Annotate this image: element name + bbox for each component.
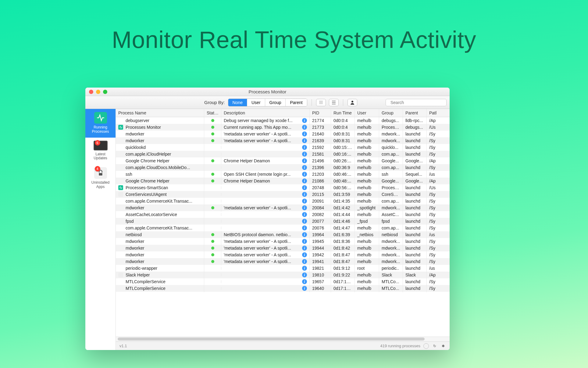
column-header[interactable]: Description — [221, 109, 310, 117]
view-compact-button[interactable] — [316, 99, 326, 106]
process-name: mdworker — [126, 252, 144, 257]
process-icon — [118, 279, 123, 284]
info-icon[interactable]: i — [302, 179, 307, 183]
info-icon[interactable]: i — [302, 125, 307, 130]
table-row[interactable]: mdworker'metadata server worker' - A spo… — [116, 251, 450, 258]
column-header[interactable]: Process Name — [116, 109, 204, 117]
process-description: 'metadata server worker' - A spotli... — [224, 252, 301, 257]
sidebar-item-updates[interactable]: 6LatestUpdates — [85, 138, 116, 164]
info-icon[interactable]: i — [302, 266, 307, 271]
info-icon[interactable]: i — [302, 232, 307, 237]
column-header[interactable]: Status — [204, 109, 221, 117]
info-icon[interactable]: i — [302, 279, 307, 284]
info-icon[interactable]: i — [302, 225, 307, 230]
info-icon[interactable]: i — [302, 118, 307, 123]
table-row[interactable]: com.apple.CommerceKit.Transac...i200760d… — [116, 225, 450, 231]
table-row[interactable]: AssetCacheLocatorServicei200820d1:4:44me… — [116, 211, 450, 218]
process-name: Processes-SmartScan — [126, 185, 168, 190]
group-by-none[interactable]: None — [228, 99, 247, 106]
info-icon[interactable]: i — [302, 286, 307, 291]
status-dot-icon — [211, 126, 214, 129]
table-row[interactable]: MTLCompilerServicei196570d17:19:1mehulbM… — [116, 278, 450, 285]
process-description: Chrome Helper Deamon — [224, 158, 301, 163]
table-row[interactable]: mdworker'metadata server worker' - A spo… — [116, 245, 450, 251]
info-icon[interactable]: i — [302, 145, 307, 150]
table-row[interactable]: Processes MonitorCurrent running app. Th… — [116, 124, 450, 131]
info-icon[interactable]: i — [302, 138, 307, 143]
process-icon — [118, 239, 123, 244]
info-icon[interactable]: i — [302, 152, 307, 157]
process-name: mdworker — [126, 246, 144, 251]
toolbar: Group By: NoneUserGroupParent — [85, 96, 450, 109]
group-by-group[interactable]: Group — [265, 99, 286, 106]
status-dot-icon — [211, 233, 214, 236]
table-row[interactable]: mdworker'metadata server worker' - A spo… — [116, 131, 450, 137]
info-icon[interactable]: i — [302, 192, 307, 197]
table-row[interactable]: mdworker'metadata server worker' - A spo… — [116, 137, 450, 144]
table-row[interactable]: com.apple.CloudDocs.MobileDo...i213960d0… — [116, 164, 450, 171]
info-icon[interactable]: i — [302, 212, 307, 217]
process-description: Open SSH Client (remote login pr... — [224, 172, 301, 177]
group-by-user[interactable]: User — [247, 99, 265, 106]
table-row[interactable]: mdworker'metadata server worker' - A spo… — [116, 258, 450, 265]
table-row[interactable]: periodic-wrapperi198210d1:9:12rootperiod… — [116, 265, 450, 272]
info-icon[interactable]: i — [302, 185, 307, 190]
refresh-button[interactable]: ↻ — [432, 343, 437, 349]
table-row[interactable]: mdworker'metadata server worker' - A spo… — [116, 204, 450, 211]
search-field[interactable] — [386, 99, 447, 106]
table-row[interactable]: mdworker'metadata server worker' - A spo… — [116, 238, 450, 245]
toolbar-divider — [312, 99, 312, 106]
process-description: Chrome Helper Deamon — [224, 179, 301, 183]
table-row[interactable]: Google Chrome HelperChrome Helper Deamon… — [116, 157, 450, 164]
info-icon[interactable]: i — [302, 246, 307, 251]
process-icon — [118, 266, 123, 271]
process-name: mdworker — [126, 259, 144, 264]
info-icon[interactable]: i — [302, 219, 307, 224]
info-icon[interactable]: i — [302, 199, 307, 204]
info-icon[interactable]: i — [302, 252, 307, 257]
process-name: quicklookd — [126, 145, 146, 150]
table-row[interactable]: CoreServicesUIAgenti201150d1:3:59mehulbC… — [116, 191, 450, 198]
process-name: netbiosd — [126, 232, 142, 237]
info-icon[interactable]: i — [302, 158, 307, 163]
sidebar-item-label: UninstalledApps — [85, 181, 116, 189]
table-row[interactable]: com.apple.CommerceKit.Transac...i200910d… — [116, 198, 450, 204]
info-icon[interactable]: i — [302, 165, 307, 170]
settings-button[interactable]: ✱ — [440, 343, 446, 349]
process-table: Process NameStatusDescriptionPIDRun Time… — [116, 109, 450, 337]
user-filter-button[interactable] — [347, 99, 357, 106]
group-by-parent[interactable]: Parent — [286, 99, 307, 106]
table-row[interactable]: com.apple.iCloudHelperi215810d0:16:...me… — [116, 151, 450, 157]
column-header[interactable]: Parent — [403, 109, 427, 117]
sidebar-item-uninstalled[interactable]: 4UninstalledApps — [85, 164, 116, 193]
status-dot-icon — [211, 253, 214, 256]
info-icon[interactable]: i — [302, 205, 307, 210]
table-row[interactable]: Google Chrome HelperChrome Helper Deamon… — [116, 178, 450, 184]
scrollbar-thumb[interactable] — [118, 337, 425, 341]
table-row[interactable]: Slack Helperi198100d1:9:22mehulbSlackSla… — [116, 272, 450, 278]
process-icon — [118, 158, 123, 163]
sidebar-item-running[interactable]: RunningProcesses — [85, 109, 116, 138]
table-row[interactable]: debugserverDebug server managed by xcode… — [116, 117, 450, 124]
view-list-button[interactable] — [329, 99, 339, 106]
column-header[interactable]: Run Time — [331, 109, 355, 117]
info-icon[interactable]: i — [302, 172, 307, 177]
column-header[interactable]: User — [355, 109, 379, 117]
info-icon[interactable]: i — [302, 239, 307, 244]
svg-point-0 — [351, 101, 353, 103]
column-header[interactable]: Group — [379, 109, 403, 117]
table-row[interactable]: fpsdi200770d1:4:46_fpsdfpsdlaunchd/Sy — [116, 218, 450, 225]
table-row[interactable]: sshOpen SSH Client (remote login pr...i2… — [116, 171, 450, 178]
info-icon[interactable]: i — [302, 259, 307, 264]
table-row[interactable]: Processes-SmartScani207480d0:56:...mehul… — [116, 184, 450, 191]
column-header[interactable]: PID — [310, 109, 331, 117]
horizontal-scrollbar[interactable] — [116, 337, 450, 341]
info-icon[interactable]: i — [302, 132, 307, 136]
table-row[interactable]: netbiosdNetBIOS protocol daemon. netbio.… — [116, 231, 450, 238]
column-header[interactable]: Patl — [427, 109, 440, 117]
info-icon[interactable]: i — [302, 272, 307, 277]
search-input[interactable] — [390, 100, 444, 105]
hero-title: Monitor Real Time System Activity — [0, 0, 588, 54]
table-row[interactable]: MTLCompilerServicei196400d17:19:...mehul… — [116, 285, 450, 292]
table-row[interactable]: quicklookdi215920d0:15:19mehulbquicklo..… — [116, 144, 450, 151]
